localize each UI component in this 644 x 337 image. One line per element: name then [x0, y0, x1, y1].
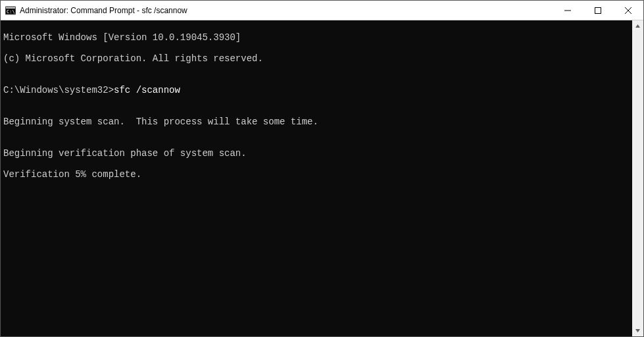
- prompt-command: sfc /scannow: [114, 85, 180, 95]
- terminal-output[interactable]: Microsoft Windows [Version 10.0.19045.39…: [1, 20, 632, 336]
- scroll-up-arrow-icon[interactable]: [632, 20, 643, 32]
- titlebar[interactable]: C:\ Administrator: Command Prompt - sfc …: [1, 1, 643, 20]
- maximize-button[interactable]: [583, 1, 613, 20]
- scroll-down-arrow-icon[interactable]: [632, 325, 643, 336]
- vertical-scrollbar[interactable]: [632, 20, 643, 336]
- output-line: Verification 5% complete.: [3, 169, 632, 180]
- svg-rect-1: [6, 7, 15, 9]
- prompt-line: C:\Windows\system32>sfc /scannow: [3, 85, 632, 95]
- window-controls: [553, 1, 643, 20]
- close-button[interactable]: [613, 1, 643, 20]
- svg-rect-4: [595, 7, 601, 13]
- window-title: Administrator: Command Prompt - sfc /sca…: [20, 6, 553, 15]
- output-line: (c) Microsoft Corporation. All rights re…: [3, 53, 632, 64]
- prompt-path: C:\Windows\system32>: [3, 85, 114, 95]
- output-line: Microsoft Windows [Version 10.0.19045.39…: [3, 32, 632, 43]
- scroll-track[interactable]: [632, 32, 643, 325]
- output-line: Beginning verification phase of system s…: [3, 148, 632, 159]
- content-area: Microsoft Windows [Version 10.0.19045.39…: [1, 20, 643, 336]
- svg-text:C:\: C:\: [7, 9, 15, 14]
- minimize-button[interactable]: [553, 1, 583, 20]
- output-line: Beginning system scan. This process will…: [3, 117, 632, 127]
- cmd-icon: C:\: [5, 5, 16, 16]
